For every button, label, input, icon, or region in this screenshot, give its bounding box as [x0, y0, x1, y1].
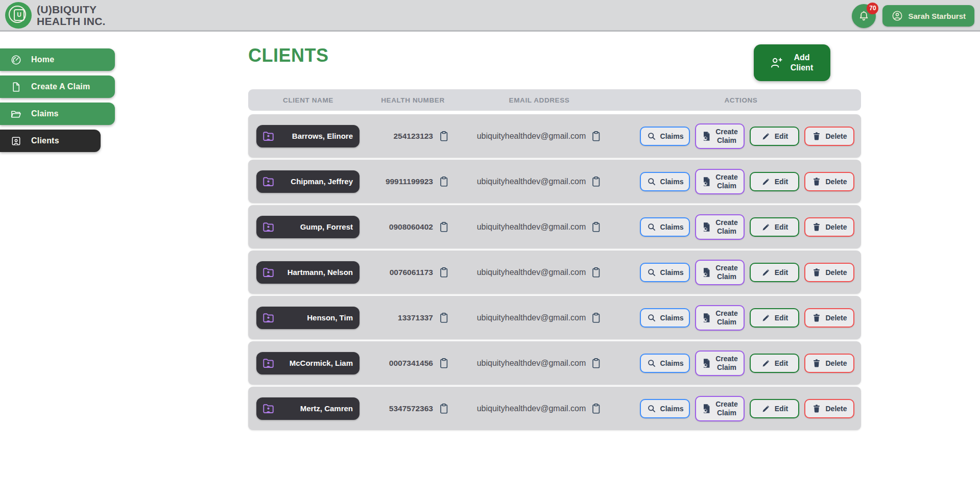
copy-email-button[interactable] [590, 221, 602, 233]
client-name: Barrows, Elinore [292, 132, 353, 140]
client-name-chip[interactable]: Gump, Forrest [256, 216, 360, 238]
add-client-button[interactable]: Add Client [754, 44, 830, 81]
client-name-chip[interactable]: Chipman, Jeffrey [256, 170, 360, 193]
copy-email-button[interactable] [590, 130, 602, 142]
claims-button-label: Claims [660, 178, 684, 186]
person-plus-icon [769, 56, 783, 70]
clipboard-icon [590, 130, 602, 142]
pencil-icon [761, 131, 771, 141]
delete-button-label: Delete [825, 359, 847, 367]
create-claim-button-label: Create Claim [714, 128, 739, 144]
create-claim-button[interactable]: Create Claim [695, 123, 745, 149]
create-claim-button[interactable]: Create Claim [695, 214, 745, 240]
claims-button[interactable]: Claims [640, 217, 690, 237]
claims-button-label: Claims [660, 132, 684, 140]
copy-health-number-button[interactable] [438, 176, 449, 188]
email-address: ubiquityhealthdev@gmail.com [477, 132, 586, 141]
user-menu-button[interactable]: Sarah Starburst [882, 5, 974, 27]
edit-button[interactable]: Edit [750, 399, 799, 418]
create-claim-button[interactable]: Create Claim [695, 305, 745, 331]
company-logo[interactable]: U (U)BIQUITY HEALTH INC. [5, 2, 106, 29]
claims-button[interactable]: Claims [640, 308, 690, 328]
sidebar-item-clients[interactable]: Clients [0, 130, 101, 152]
client-name-chip[interactable]: Henson, Tim [256, 307, 360, 329]
copy-health-number-button[interactable] [438, 221, 449, 233]
copy-email-button[interactable] [590, 266, 602, 279]
logo-letter: U [14, 9, 25, 21]
copy-health-number-button[interactable] [438, 266, 449, 279]
trash-icon [811, 131, 822, 141]
table-row: Barrows, Elinore 254123123 ubiquityhealt… [248, 114, 861, 158]
app: U (U)BIQUITY HEALTH INC. 70 [0, 0, 980, 501]
create-claim-button[interactable]: Create Claim [695, 350, 745, 376]
copy-email-button[interactable] [590, 312, 602, 324]
create-claim-button-label: Create Claim [714, 309, 739, 325]
create-claim-button[interactable]: Create Claim [695, 169, 745, 194]
copy-health-number-button[interactable] [438, 312, 449, 324]
clipboard-icon [438, 130, 449, 142]
delete-button[interactable]: Delete [804, 127, 854, 146]
delete-button-label: Delete [825, 268, 847, 277]
delete-button[interactable]: Delete [804, 354, 854, 373]
health-number: 0076061173 [390, 268, 433, 277]
delete-button[interactable]: Delete [804, 263, 854, 282]
copy-email-button[interactable] [590, 357, 602, 369]
edit-button[interactable]: Edit [750, 217, 799, 237]
claims-button[interactable]: Claims [640, 263, 690, 282]
delete-button[interactable]: Delete [804, 308, 854, 328]
copy-health-number-button[interactable] [438, 403, 449, 415]
file-arrow-icon [701, 221, 712, 233]
table-row: Henson, Tim 13371337 ubiquityhealthdev@g… [248, 296, 861, 339]
search-icon [647, 222, 657, 232]
client-name: Henson, Tim [307, 313, 353, 322]
edit-button-label: Edit [775, 405, 788, 413]
claims-button[interactable]: Claims [640, 354, 690, 373]
delete-button[interactable]: Delete [804, 399, 854, 418]
claims-button[interactable]: Claims [640, 399, 690, 418]
top-header: U (U)BIQUITY HEALTH INC. 70 [0, 0, 980, 32]
sidebar-item-home[interactable]: Home [0, 48, 115, 71]
sidebar-item-claims[interactable]: Claims [0, 103, 115, 125]
column-header-client-name: CLIENT NAME [248, 96, 368, 104]
edit-button-label: Edit [775, 268, 788, 277]
table-row: Gump, Forrest 0908060402 ubiquityhealthd… [248, 205, 861, 248]
client-name-chip[interactable]: Mertz, Camren [256, 397, 360, 420]
gauge-icon [10, 54, 22, 66]
client-name-chip[interactable]: Barrows, Elinore [256, 125, 360, 147]
notifications-button[interactable]: 70 [852, 4, 876, 28]
logo-circle-icon: U [5, 2, 32, 29]
sidebar: Home Create A Claim Claims [0, 48, 123, 157]
file-arrow-icon [701, 403, 712, 414]
edit-button[interactable]: Edit [750, 127, 799, 146]
health-number: 5347572363 [389, 404, 433, 413]
claims-button[interactable]: Claims [640, 172, 690, 191]
trash-icon [811, 404, 822, 414]
file-arrow-icon [701, 131, 712, 142]
column-header-email-address: EMAIL ADDRESS [458, 96, 621, 104]
delete-button[interactable]: Delete [804, 172, 854, 191]
copy-email-button[interactable] [590, 176, 602, 188]
health-number: 0007341456 [389, 359, 433, 368]
delete-button[interactable]: Delete [804, 217, 854, 237]
clipboard-icon [438, 266, 449, 279]
client-name: McCormick, Liam [290, 359, 353, 367]
edit-button[interactable]: Edit [750, 308, 799, 328]
copy-health-number-button[interactable] [438, 130, 449, 142]
create-claim-button[interactable]: Create Claim [695, 396, 745, 421]
health-number: 0908060402 [389, 222, 433, 232]
sidebar-item-create-a-claim[interactable]: Create A Claim [0, 76, 115, 98]
pencil-icon [761, 358, 771, 368]
table-row: McCormick, Liam 0007341456 ubiquityhealt… [248, 341, 861, 385]
client-name-chip[interactable]: McCormick, Liam [256, 352, 360, 374]
edit-button[interactable]: Edit [750, 172, 799, 191]
claims-button[interactable]: Claims [640, 127, 690, 146]
client-name-chip[interactable]: Hartmann, Nelson [256, 261, 360, 284]
clipboard-icon [438, 403, 449, 415]
copy-email-button[interactable] [590, 403, 602, 415]
edit-button[interactable]: Edit [750, 354, 799, 373]
copy-health-number-button[interactable] [438, 357, 449, 369]
folder-person-icon [261, 356, 275, 370]
edit-button[interactable]: Edit [750, 263, 799, 282]
create-claim-button[interactable]: Create Claim [695, 260, 745, 285]
delete-button-label: Delete [825, 178, 847, 186]
